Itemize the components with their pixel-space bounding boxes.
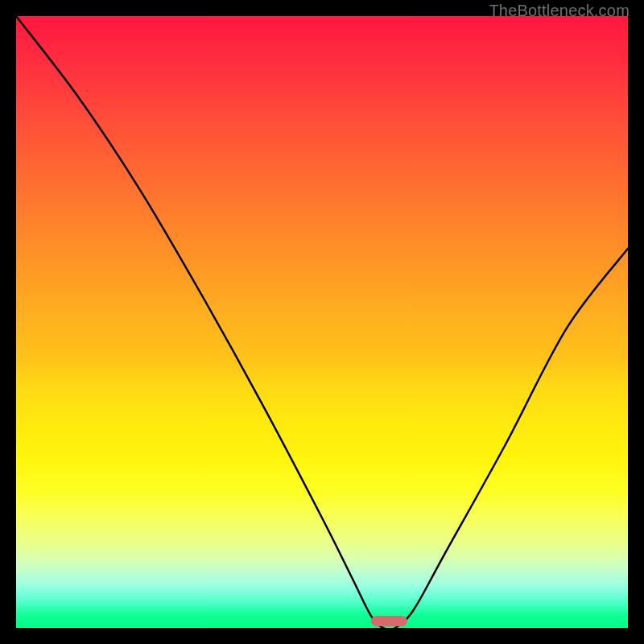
best-fit-marker <box>371 616 408 626</box>
curve-path <box>16 16 628 630</box>
plot-area <box>16 16 628 628</box>
chart-frame: TheBottleneck.com <box>0 0 644 644</box>
bottleneck-curve <box>16 16 628 628</box>
